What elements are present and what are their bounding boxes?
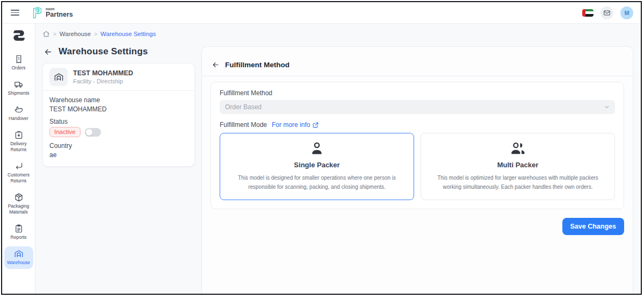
fulfillment-method-value: Order Based <box>225 103 262 111</box>
seller-lab-logo-icon[interactable] <box>12 29 26 45</box>
back-arrow-icon[interactable] <box>212 61 220 69</box>
app-window: noon Partners M <box>1 1 642 295</box>
fulfillment-mode-label: Fulfillment Mode <box>220 121 267 129</box>
sidebar-item-orders[interactable]: Orders <box>4 52 33 74</box>
topbar: noon Partners M <box>2 2 641 24</box>
avatar[interactable]: M <box>620 6 633 19</box>
brand-p-icon <box>31 6 43 19</box>
hand-icon <box>14 105 24 115</box>
sidebar-item-handover[interactable]: Handover <box>4 102 33 124</box>
sidebar-item-label: Handover <box>9 116 28 122</box>
status-label: Status <box>49 118 188 125</box>
sidebar-item-label: Packaging Materials <box>5 203 32 215</box>
more-info-link[interactable]: For more info <box>272 121 319 129</box>
warehouse-card-iconbox <box>49 68 68 86</box>
sidebar-item-label: Orders <box>12 65 26 71</box>
sidebar-item-label: Customers Returns <box>5 172 32 184</box>
option-multi-packer[interactable]: Multi Packer This model is optimized for… <box>421 133 615 200</box>
external-link-icon <box>312 122 319 129</box>
warehouse-icon <box>54 72 64 82</box>
sidebar-item-label: Reports <box>11 235 27 240</box>
option-title: Multi Packer <box>497 161 539 169</box>
orders-icon <box>14 54 24 64</box>
mail-icon <box>603 9 611 17</box>
sidebar-item-shipments[interactable]: Shipments <box>4 77 33 99</box>
menu-icon[interactable] <box>11 10 19 16</box>
option-description: This model is designed for smaller opera… <box>230 174 404 191</box>
breadcrumb-warehouse[interactable]: Warehouse <box>60 31 91 37</box>
sidebar: Orders Shipments Handover Delivery Retur… <box>2 24 35 294</box>
sidebar-item-packaging-materials[interactable]: Packaging Materials <box>4 190 33 218</box>
box-arrow-down-icon <box>14 130 24 140</box>
sidebar-item-delivery-returns[interactable]: Delivery Returns <box>4 127 33 155</box>
chevron-down-icon <box>604 104 610 110</box>
uae-flag-icon[interactable] <box>582 9 594 17</box>
warehouse-subtitle: Facility - Directship <box>73 78 133 84</box>
cube-icon <box>14 193 24 202</box>
fulfillment-method-select[interactable]: Order Based <box>220 100 615 114</box>
warehouse-name-title: TEST MOHAMMED <box>73 69 133 77</box>
country-value: ae <box>49 151 188 159</box>
divider <box>202 76 633 76</box>
status-toggle[interactable] <box>85 128 101 137</box>
sidebar-item-reports[interactable]: Reports <box>4 221 33 243</box>
breadcrumb-warehouse-settings[interactable]: Warehouse Settings <box>100 31 156 37</box>
warehouse-name-value: TEST MOHAMMED <box>49 105 188 113</box>
truck-icon <box>14 80 24 89</box>
return-arrow-icon <box>14 161 24 171</box>
person-icon <box>309 140 325 157</box>
sidebar-item-label: Warehouse <box>7 260 30 266</box>
fulfillment-panel: Fulfillment Method Fulfillment Method Or… <box>201 46 633 294</box>
fulfillment-form-card: Fulfillment Method Order Based Fulfillme… <box>211 82 624 209</box>
warehouse-summary-card: TEST MOHAMMED Facility - Directship Ware… <box>42 63 195 167</box>
noon-partners-logo[interactable]: noon Partners <box>31 6 73 19</box>
fulfillment-method-label: Fulfillment Method <box>220 89 615 97</box>
breadcrumb: > Warehouse > Warehouse Settings <box>42 30 633 38</box>
sidebar-item-label: Shipments <box>8 90 29 96</box>
sidebar-item-warehouse[interactable]: Warehouse <box>4 246 33 268</box>
status-badge: Inactive <box>49 127 81 137</box>
breadcrumb-separator: > <box>53 31 56 37</box>
warehouse-icon <box>14 249 24 259</box>
sidebar-item-customers-returns[interactable]: Customers Returns <box>4 159 33 187</box>
save-changes-button[interactable]: Save Changes <box>562 218 624 235</box>
country-label: Country <box>49 142 188 150</box>
option-description: This model is optimized for larger wareh… <box>431 174 605 191</box>
brand-partners-text: Partners <box>46 11 73 18</box>
clipboard-icon <box>14 224 24 233</box>
warehouse-name-label: Warehouse name <box>49 96 188 104</box>
option-title: Single Packer <box>294 161 339 169</box>
page-title: Warehouse Settings <box>59 46 148 57</box>
people-icon <box>509 140 527 157</box>
option-single-packer[interactable]: Single Packer This model is designed for… <box>220 133 414 200</box>
sidebar-item-label: Delivery Returns <box>5 141 32 153</box>
mail-button[interactable] <box>600 6 613 19</box>
home-icon[interactable] <box>42 30 50 38</box>
main-content: > Warehouse > Warehouse Settings Warehou… <box>35 24 641 294</box>
back-arrow-icon[interactable] <box>44 47 53 56</box>
fulfillment-header: Fulfillment Method <box>225 61 290 69</box>
breadcrumb-separator: > <box>94 31 97 37</box>
